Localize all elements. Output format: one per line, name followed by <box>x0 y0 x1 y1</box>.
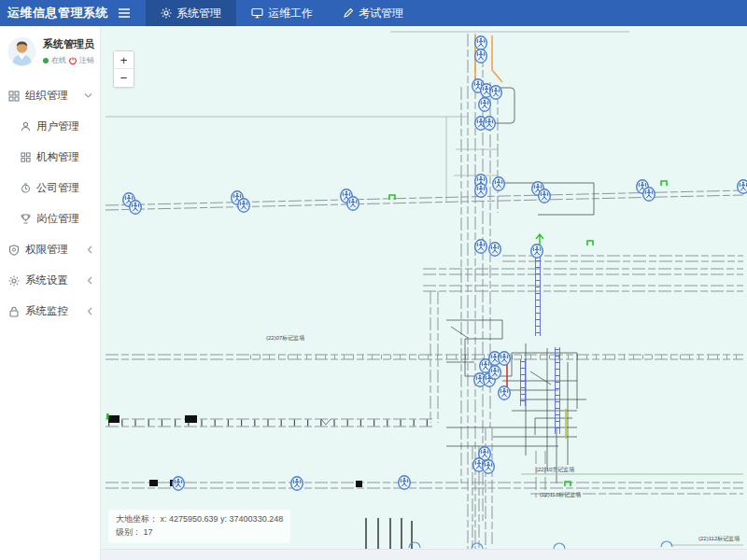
avatar[interactable] <box>7 35 36 67</box>
valve-icon[interactable] <box>499 352 511 366</box>
app-title: 运维信息管理系统 <box>0 0 116 26</box>
menu-toggle-icon[interactable] <box>116 0 140 26</box>
online-label: 在线 <box>51 55 66 65</box>
sidebar-item-post-management[interactable]: 岗位管理 <box>0 203 100 234</box>
logout-label[interactable]: 注销 <box>79 55 94 65</box>
app-header: 运维信息管理系统 系统管理 运维工作 考试管理 <box>0 0 747 26</box>
grid-icon <box>21 152 31 162</box>
sidebar-item-system-monitor[interactable]: 系统监控 <box>0 296 100 327</box>
valve-icon[interactable] <box>475 240 487 254</box>
user-meta: 系统管理员 在线 注销 <box>43 37 94 65</box>
map-annotation-label: (22)07标记监墙 <box>266 334 304 342</box>
coordinate-line: 大地坐标： x: 4275950.639 y: 37400330.248 <box>116 513 283 526</box>
green-bracket-mark <box>565 482 571 486</box>
user-status-row: 在线 注销 <box>43 55 94 65</box>
gear-icon <box>161 7 172 19</box>
sidebar-item-system-settings[interactable]: 系统设置 <box>0 265 100 296</box>
clock-icon <box>21 183 31 193</box>
zoom-out-button[interactable]: − <box>114 69 134 87</box>
bottom-strip <box>101 549 747 560</box>
valve-icon[interactable] <box>643 188 655 202</box>
user-panel: 系统管理员 在线 注销 <box>0 26 100 77</box>
green-bracket-mark <box>587 241 593 245</box>
sidebar-item-label: 系统监控 <box>25 304 81 318</box>
tab-label: 运维工作 <box>268 6 313 21</box>
tab-system-management[interactable]: 系统管理 <box>146 0 236 26</box>
valve-icon[interactable] <box>483 460 495 474</box>
coord-x-value: x: 4275950.639 <box>161 514 218 524</box>
shield-icon <box>8 245 20 256</box>
level-line: 级别： 17 <box>116 526 283 539</box>
sidebar-item-label: 机构管理 <box>36 150 92 164</box>
tab-label: 系统管理 <box>176 6 221 21</box>
pen-icon <box>343 7 354 19</box>
arc-feature[interactable] <box>661 541 672 547</box>
valve-icon[interactable] <box>475 49 487 63</box>
valve-icon[interactable] <box>347 197 359 211</box>
tab-exam-management[interactable]: 考试管理 <box>328 0 418 26</box>
map-generated-features: (22)07标记监墙(22)10主记监墙(22)110标记监墙(22)112标记… <box>106 35 747 549</box>
valve-icon[interactable] <box>484 117 496 131</box>
cctv-ladder-line <box>521 359 526 406</box>
black-block-feature <box>108 415 120 423</box>
hamburger-icon <box>118 7 131 19</box>
online-dot-icon <box>43 58 49 63</box>
black-block-feature <box>149 480 158 486</box>
lock-icon <box>8 306 20 317</box>
user-name: 系统管理员 <box>43 37 94 51</box>
green-tick-mark <box>106 413 109 419</box>
sidebar-item-permission-management[interactable]: 权限管理 <box>0 234 100 265</box>
green-bracket-mark <box>661 181 667 186</box>
coord-y-value: y: 37400330.248 <box>220 514 283 524</box>
sidebar-item-user-management[interactable]: 用户管理 <box>0 111 100 142</box>
valve-icon[interactable] <box>490 86 502 100</box>
sidebar-item-institution-management[interactable]: 机构管理 <box>0 142 100 173</box>
valve-icon[interactable] <box>493 177 505 191</box>
logout-power-icon[interactable] <box>69 57 77 64</box>
black-block-feature <box>356 481 362 487</box>
arc-feature[interactable] <box>409 542 420 548</box>
level-label: 级别： <box>116 527 141 537</box>
zoom-in-button[interactable]: + <box>114 51 134 69</box>
sidebar-item-label: 公司管理 <box>36 181 92 195</box>
pipeline-map-canvas[interactable]: (22)07标记监墙(22)10主记监墙(22)110标记监墙(22)112标记… <box>101 26 747 549</box>
valve-icon[interactable] <box>291 477 303 491</box>
map-area[interactable]: (22)07标记监墙(22)10主记监墙(22)110标记监墙(22)112标记… <box>101 26 747 560</box>
map-static-linework <box>106 32 743 549</box>
sidebar-menu: 组织管理 用户管理 机构管理 公司管理 <box>0 80 100 327</box>
valve-icon[interactable] <box>499 386 511 400</box>
trophy-icon <box>21 214 31 224</box>
chevron-left-icon <box>87 276 92 285</box>
cctv-ladder-line <box>536 252 541 336</box>
valve-icon[interactable] <box>489 366 501 380</box>
valve-icon[interactable] <box>738 180 747 194</box>
org-submenu: 用户管理 机构管理 公司管理 岗位管理 <box>0 111 100 234</box>
tab-ops-work[interactable]: 运维工作 <box>236 0 328 26</box>
valve-icon[interactable] <box>130 201 142 215</box>
chevron-down-icon <box>84 92 92 99</box>
valve-icon[interactable] <box>238 199 250 213</box>
colored-segment <box>492 35 502 82</box>
monitor-icon <box>251 7 263 19</box>
sidebar-item-label: 用户管理 <box>36 119 92 133</box>
sidebar-item-label: 权限管理 <box>25 243 81 257</box>
valve-icon[interactable] <box>539 189 551 203</box>
sidebar-item-org-management[interactable]: 组织管理 <box>0 80 100 111</box>
sidebar: 系统管理员 在线 注销 组织管理 用户管理 <box>0 26 101 560</box>
map-annotation-label: (22)10主记监墙 <box>536 466 574 473</box>
valve-icon[interactable] <box>489 243 501 257</box>
valve-icon[interactable] <box>531 245 543 259</box>
valve-icon[interactable] <box>475 36 487 50</box>
sidebar-item-label: 组织管理 <box>25 89 78 103</box>
sidebar-item-company-management[interactable]: 公司管理 <box>0 173 100 203</box>
valve-icon[interactable] <box>173 477 185 491</box>
level-value: 17 <box>144 527 153 537</box>
map-annotation-label: (22)112标记监墙 <box>698 535 740 542</box>
user-icon <box>21 121 31 132</box>
valve-icon[interactable] <box>475 184 487 198</box>
coordinate-readout: 大地坐标： x: 4275950.639 y: 37400330.248 级别：… <box>108 510 290 543</box>
valve-icon[interactable] <box>399 476 411 490</box>
cctv-ladder-line <box>556 347 560 434</box>
valve-icon[interactable] <box>479 98 491 112</box>
tab-label: 考试管理 <box>359 6 403 21</box>
